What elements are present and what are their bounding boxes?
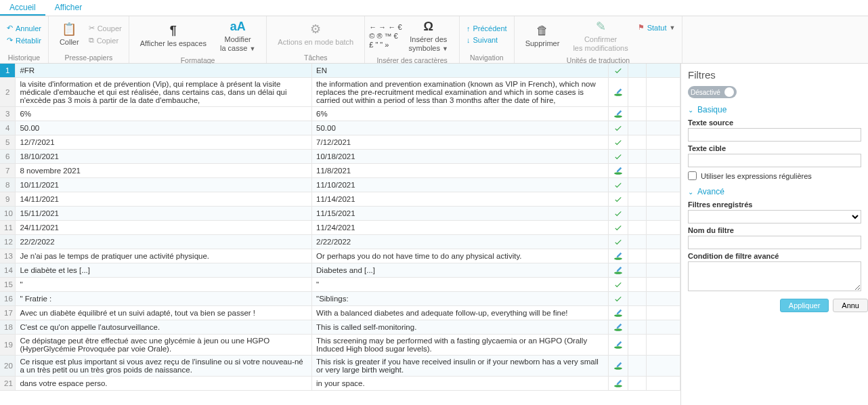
apply-button[interactable]: Appliquer bbox=[780, 299, 829, 312]
source-cell[interactable]: Avec un diabète équilibré et un suivi ad… bbox=[16, 306, 312, 320]
source-cell[interactable]: #FR bbox=[16, 64, 312, 78]
paste-button[interactable]: 📋 Coller bbox=[53, 20, 86, 48]
target-cell[interactable]: With a balanced diabetes and adequate fo… bbox=[312, 306, 609, 320]
table-row[interactable]: 19Ce dépistage peut être effectué avec u… bbox=[0, 335, 680, 356]
table-row[interactable]: 450.0050.00 bbox=[0, 121, 680, 135]
advanced-section-header[interactable]: ⌄Avancé bbox=[688, 187, 868, 196]
target-cell[interactable]: 50.00 bbox=[312, 121, 609, 135]
show-spaces-button[interactable]: ¶ Afficher les espaces bbox=[133, 22, 213, 49]
char-row-2[interactable]: © ® ™ € bbox=[369, 32, 402, 40]
target-cell[interactable]: EN bbox=[312, 64, 609, 78]
target-cell[interactable]: the information and prevention examinati… bbox=[312, 78, 609, 107]
target-cell[interactable]: 2/22/2022 bbox=[312, 235, 609, 249]
tab-accueil[interactable]: Accueil bbox=[0, 0, 45, 16]
target-cell[interactable]: 11/24/2021 bbox=[312, 221, 609, 235]
target-cell[interactable]: 10/18/2021 bbox=[312, 150, 609, 164]
status-cell bbox=[608, 335, 628, 356]
source-cell[interactable]: 10/11/2021 bbox=[16, 178, 312, 192]
table-row[interactable]: 618/10/202110/18/2021 bbox=[0, 150, 680, 164]
source-cell[interactable]: 12/7/2021 bbox=[16, 135, 312, 150]
status-dropdown[interactable]: ⚑ Statut ▼ bbox=[635, 22, 678, 33]
target-cell[interactable]: 6% bbox=[312, 107, 609, 121]
source-cell[interactable]: 50.00 bbox=[16, 121, 312, 135]
target-cell[interactable]: 11/14/2021 bbox=[312, 192, 609, 207]
check-icon bbox=[613, 194, 623, 204]
target-cell[interactable]: 7/12/2021 bbox=[312, 135, 609, 150]
target-cell[interactable]: 11/8/2021 bbox=[312, 164, 609, 178]
insert-symbols-button[interactable]: Ω Insérer dessymboles ▼ bbox=[402, 18, 455, 54]
regex-checkbox[interactable] bbox=[688, 171, 697, 180]
table-row[interactable]: 36%6% bbox=[0, 107, 680, 121]
target-cell[interactable]: " bbox=[312, 278, 609, 292]
source-cell[interactable]: 15/11/2021 bbox=[16, 207, 312, 221]
filter-condition-textarea[interactable] bbox=[688, 261, 861, 291]
table-row[interactable]: 15"" bbox=[0, 278, 680, 292]
next-button[interactable]: ↓Suivant bbox=[464, 35, 510, 45]
char-row-1[interactable]: ← → ← € bbox=[369, 23, 402, 31]
source-cell[interactable]: 14/11/2021 bbox=[16, 192, 312, 207]
table-row[interactable]: 914/11/202111/14/2021 bbox=[0, 192, 680, 207]
filter-name-input[interactable] bbox=[688, 236, 861, 249]
source-cell[interactable]: 6% bbox=[16, 107, 312, 121]
target-cell[interactable]: This is called self-monitoring. bbox=[312, 320, 609, 335]
source-text-input[interactable] bbox=[688, 128, 861, 142]
basic-section-header[interactable]: ⌄Basique bbox=[688, 105, 868, 114]
source-cell[interactable]: C'est ce qu'on appelle l'autosurveillanc… bbox=[16, 320, 312, 335]
source-cell[interactable]: 24/11/2021 bbox=[16, 221, 312, 235]
tab-afficher[interactable]: Afficher bbox=[45, 0, 91, 16]
prev-button[interactable]: ↑Précédent bbox=[464, 23, 510, 34]
table-row[interactable]: 1222/2/20222/22/2022 bbox=[0, 235, 680, 249]
source-cell[interactable]: 18/10/2021 bbox=[16, 150, 312, 164]
table-row[interactable]: 21dans votre espace perso.in your space. bbox=[0, 377, 680, 391]
target-cell[interactable]: This risk is greater if you have receive… bbox=[312, 356, 609, 377]
confirm-label: Confirmerles modifications bbox=[573, 35, 628, 52]
redo-button[interactable]: ↷Rétablir bbox=[4, 35, 44, 46]
table-row[interactable]: 810/11/202111/10/2021 bbox=[0, 178, 680, 192]
target-cell[interactable]: Diabetes and [...] bbox=[312, 263, 609, 278]
source-cell[interactable]: Ce dépistage peut être effectué avec une… bbox=[16, 335, 312, 356]
target-cell[interactable]: 11/10/2021 bbox=[312, 178, 609, 192]
target-cell[interactable]: "Siblings: bbox=[312, 292, 609, 306]
saved-filters-select[interactable] bbox=[688, 210, 861, 223]
table-row[interactable]: 78 novembre 202111/8/2021 bbox=[0, 164, 680, 178]
table-row[interactable]: 14Le diabète et les [...]Diabetes and [.… bbox=[0, 263, 680, 278]
table-row[interactable]: 18C'est ce qu'on appelle l'autosurveilla… bbox=[0, 320, 680, 335]
target-cell[interactable]: 11/15/2021 bbox=[312, 207, 609, 221]
table-row[interactable]: 13Je n'ai pas le temps de pratiquer une … bbox=[0, 249, 680, 263]
source-cell[interactable]: dans votre espace perso. bbox=[16, 377, 312, 391]
target-cell[interactable]: in your space. bbox=[312, 377, 609, 391]
table-row[interactable]: 20Ce risque est plus important si vous a… bbox=[0, 356, 680, 377]
source-cell[interactable]: Je n'ai pas le temps de pratiquer une ac… bbox=[16, 249, 312, 263]
table-row[interactable]: 1015/11/202111/15/2021 bbox=[0, 207, 680, 221]
delete-button[interactable]: 🗑 Supprimer bbox=[519, 22, 567, 49]
confirm-button[interactable]: ✎ Confirmerles modifications bbox=[566, 18, 634, 54]
source-cell[interactable]: 22/2/2022 bbox=[16, 235, 312, 249]
char-grid[interactable]: ← → ← € © ® ™ € ₤ " " » bbox=[369, 23, 402, 49]
cut-button[interactable]: ✂Couper bbox=[86, 22, 125, 34]
grid-scroll[interactable]: 1#FREN2la visite d'information et de pré… bbox=[0, 64, 680, 405]
table-row[interactable]: 2la visite d'information et de préventio… bbox=[0, 78, 680, 107]
source-cell[interactable]: " Fratrie : bbox=[16, 292, 312, 306]
source-cell[interactable]: Le diabète et les [...] bbox=[16, 263, 312, 278]
target-text-input[interactable] bbox=[688, 154, 861, 167]
source-cell[interactable]: la visite d'information et de prévention… bbox=[16, 78, 312, 107]
cancel-button[interactable]: Annu bbox=[833, 299, 868, 312]
table-row[interactable]: 1#FREN bbox=[0, 64, 680, 78]
table-row[interactable]: 17Avec un diabète équilibré et un suivi … bbox=[0, 306, 680, 320]
target-cell[interactable]: This screening may be performed with a f… bbox=[312, 335, 609, 356]
char-row-3[interactable]: ₤ " " » bbox=[369, 41, 402, 49]
source-cell[interactable]: " bbox=[16, 278, 312, 292]
extra-cell-1 bbox=[628, 178, 646, 192]
row-number: 13 bbox=[0, 249, 16, 263]
source-cell[interactable]: Ce risque est plus important si vous ave… bbox=[16, 356, 312, 377]
table-row[interactable]: 512/7/20217/12/2021 bbox=[0, 135, 680, 150]
table-row[interactable]: 16" Fratrie :"Siblings: bbox=[0, 292, 680, 306]
change-case-button[interactable]: aA Modifierla casse ▼ bbox=[213, 18, 262, 54]
undo-button[interactable]: ↶Annuler bbox=[4, 22, 44, 34]
batch-actions-button[interactable]: ⚙ Actions en mode batch bbox=[271, 20, 360, 48]
copy-button[interactable]: ⧉Copier bbox=[86, 35, 125, 46]
source-cell[interactable]: 8 novembre 2021 bbox=[16, 164, 312, 178]
target-cell[interactable]: Or perhaps you do not have time to do an… bbox=[312, 249, 609, 263]
table-row[interactable]: 1124/11/202111/24/2021 bbox=[0, 221, 680, 235]
filters-toggle[interactable]: Désactivé bbox=[688, 86, 737, 98]
